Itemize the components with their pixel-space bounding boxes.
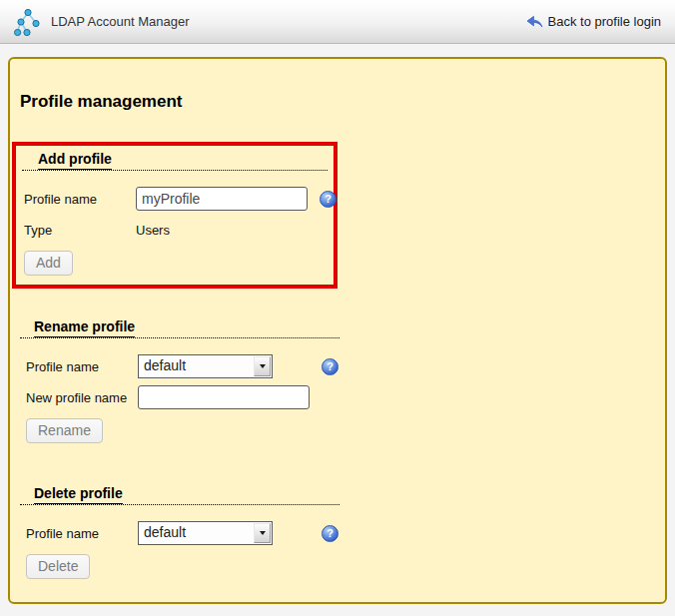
delete-profile-heading: Delete profile [20,485,339,505]
new-profile-name-input[interactable] [138,385,310,409]
back-arrow-icon [526,15,543,28]
rename-profile-select[interactable]: default [138,354,273,378]
new-profile-name-row: New profile name [26,385,339,409]
rename-profile-section: Rename profile Profile name default New … [20,318,339,443]
app-header: LDAP Account Manager Back to profile log… [0,0,675,44]
type-label: Type [24,223,136,238]
page-title: Profile management [20,92,665,112]
add-button[interactable]: Add [24,251,73,276]
add-profile-type-row: Type Users [24,218,328,242]
help-icon[interactable] [322,525,338,542]
profile-name-label: Profile name [24,192,136,207]
delete-profile-name-row: Profile name default [26,521,339,545]
dropdown-arrow-icon [254,523,271,543]
profile-management-panel: Profile management Add profile Profile n… [8,57,667,604]
delete-profile-select[interactable]: default [138,521,273,545]
ldap-tree-icon [14,7,42,37]
dropdown-arrow-icon [254,356,271,376]
app-title: LDAP Account Manager [51,14,190,29]
rename-button[interactable]: Rename [26,418,103,443]
new-profile-name-label: New profile name [26,390,138,405]
type-value: Users [136,223,170,238]
selected-profile-value: default [139,522,253,544]
add-profile-name-input[interactable] [136,187,308,211]
help-icon[interactable] [320,191,337,208]
back-link-label: Back to profile login [548,14,661,29]
profile-name-label: Profile name [26,526,138,541]
back-to-profile-login-link[interactable]: Back to profile login [526,14,661,29]
help-icon[interactable] [322,358,338,375]
add-profile-heading: Add profile [22,151,328,171]
add-profile-name-row: Profile name [24,187,328,211]
selected-profile-value: default [139,355,253,377]
delete-button[interactable]: Delete [26,554,90,579]
rename-profile-name-row: Profile name default [26,354,339,378]
profile-name-label: Profile name [26,359,138,374]
rename-profile-heading: Rename profile [20,318,339,338]
delete-profile-section: Delete profile Profile name default Dele… [20,485,339,579]
add-profile-section: Add profile Profile name Type Users Add [12,142,338,289]
